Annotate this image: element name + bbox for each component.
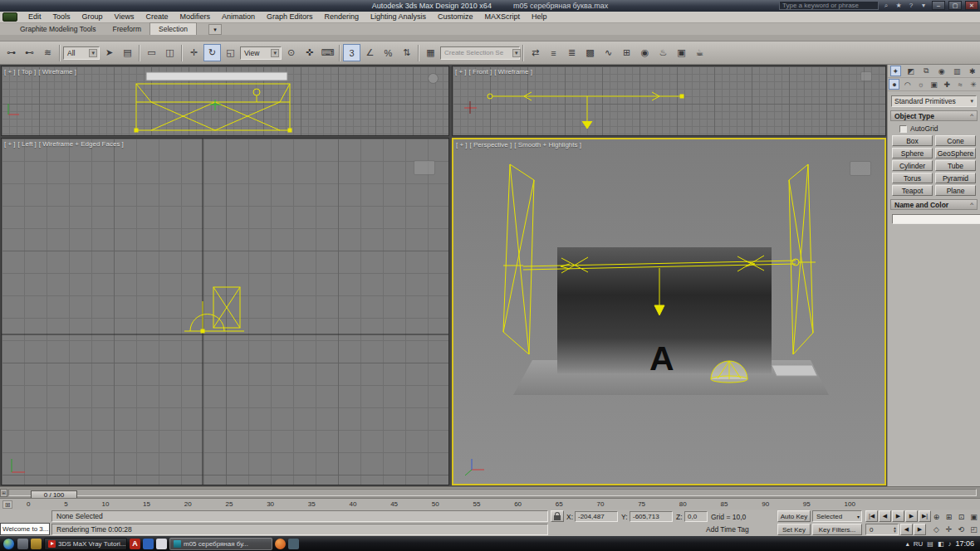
infocenter-search-input[interactable] [779,1,879,10]
taskbar-app-icon-a[interactable]: A [130,539,140,549]
window-crossing-icon[interactable]: ◫ [161,44,179,61]
taskbar-app-icon-light[interactable] [156,539,167,549]
lights-category-icon[interactable]: ☼ [915,79,926,90]
reference-coordinate-dropdown[interactable]: View ▾ [240,46,282,60]
volume-tray-icon[interactable]: ♪ [948,540,951,548]
named-selection-sets-icon[interactable]: ▦ [422,44,439,61]
time-slider-track[interactable]: 0 / 100 [8,489,977,496]
snaps-toggle-icon[interactable]: 3 [343,44,360,61]
language-indicator[interactable]: RU [914,540,924,548]
ribbon-tab-freeform[interactable]: Freeform [105,23,149,35]
bind-to-space-warp-icon[interactable]: ≋ [39,44,56,61]
application-menu-icon[interactable] [2,12,17,22]
track-bar[interactable]: ⊞ 05101520253035404550556065707580859095… [0,498,980,510]
menu-item[interactable]: Create [140,12,174,22]
shapes-category-icon[interactable]: ◠ [902,79,913,90]
menu-item[interactable]: Customize [432,12,479,22]
display-tab-icon[interactable]: ▥ [952,66,963,76]
systems-category-icon[interactable]: ✳ [968,79,978,90]
coord-x-field[interactable]: -204,487 [575,511,618,522]
viewport-shading-label[interactable]: [ Wireframe ] [494,68,532,76]
align-icon[interactable]: ≡ [545,44,562,61]
previous-key-button[interactable]: ◀ [900,524,913,535]
select-and-rotate-icon[interactable]: ↻ [203,44,221,61]
coord-z-field[interactable]: 0,0 [684,511,708,522]
primitive-category-dropdown[interactable]: Standard Primitives ▾ [891,95,977,107]
menu-item[interactable]: MAXScript [479,12,527,22]
viewport-name-label[interactable]: [ Top ] [18,68,37,76]
menu-item[interactable]: Modifiers [174,12,216,22]
viewport-name-label[interactable]: [ Front ] [469,68,492,76]
viewport-menu-button[interactable]: [ + ] [4,140,16,148]
search-icon[interactable]: ⌕ [881,2,891,10]
quick-launch-folder-icon[interactable] [31,539,42,549]
object-type-button[interactable]: Torus [892,173,933,183]
layer-manager-icon[interactable]: ≣ [563,44,581,61]
zoom-extents-icon[interactable]: ⊡ [955,510,968,523]
viewport-menu-button[interactable]: [ + ] [455,68,467,76]
mirror-icon[interactable]: ⇄ [527,44,544,61]
name-and-color-rollout[interactable]: Name and Color ^ [890,199,978,210]
object-type-button[interactable]: Pyramid [935,173,976,183]
motion-tab-icon[interactable]: ◉ [936,66,947,76]
maximize-viewport-toggle-icon[interactable]: ◰ [968,523,980,535]
viewport-shading-label[interactable]: [ Wireframe + Edged Faces ] [39,140,124,148]
restore-button[interactable]: ▢ [948,1,962,10]
taskbar-app-icon-gray[interactable] [288,539,299,549]
previous-frame-button[interactable]: ◀ [879,510,891,522]
menu-item[interactable]: Edit [22,12,47,22]
object-type-button[interactable]: Teapot [892,185,933,196]
start-button[interactable] [2,538,15,550]
curve-editor-icon[interactable]: ∿ [600,44,617,61]
select-and-manipulate-icon[interactable]: ✜ [301,44,318,61]
viewport-left[interactable]: [ + ] [ Left ] [ Wireframe + Edged Faces… [1,138,449,485]
network-tray-icon[interactable]: ◧ [938,540,944,548]
taskbar-clock[interactable]: 17:06 [955,539,974,548]
timeline-config-button[interactable]: ⊞ [0,489,7,497]
auto-key-button[interactable]: Auto Key [777,510,811,522]
utilities-tab-icon[interactable]: ✱ [967,66,978,76]
field-of-view-icon[interactable]: ◇ [930,523,943,535]
spinner-snap-icon[interactable]: ⇅ [398,44,415,61]
helpers-category-icon[interactable]: ✚ [942,79,953,90]
taskbar-window-browser[interactable]: 3DS MaX Vray Tutori... [44,538,127,550]
viewcube[interactable] [850,161,871,176]
cameras-category-icon[interactable]: ▣ [929,79,939,90]
object-type-rollout[interactable]: Object Type ^ [890,110,978,121]
viewport-shading-label[interactable]: [ Wireframe ] [38,68,76,76]
unlink-selection-icon[interactable]: ⊷ [21,44,38,61]
add-time-tag-label[interactable]: Add Time Tag [706,525,749,534]
mini-curve-editor-button[interactable]: ⊞ [2,500,12,509]
scene-letter[interactable]: A [649,342,674,376]
percent-snap-icon[interactable]: % [380,44,397,61]
hidden-icons-arrow[interactable]: ▴ [906,540,909,548]
angle-snap-icon[interactable]: ∠ [361,44,379,61]
menu-item[interactable]: Rendering [319,12,365,22]
selection-region-icon[interactable]: ▭ [143,44,160,61]
viewport-shading-label[interactable]: [ Smooth + Highlights ] [514,141,581,149]
selection-filter-dropdown[interactable]: All ▾ [63,46,100,60]
infocenter-dropdown-icon[interactable]: ▾ [919,2,929,9]
menu-item[interactable]: Help [526,12,553,22]
orbit-icon[interactable]: ⟲ [955,523,968,535]
close-button[interactable]: ✕ [965,1,978,10]
menu-item[interactable]: Lighting Analysis [365,12,432,22]
viewport-top[interactable]: [ + ] [ Top ] [ Wireframe ] [1,66,449,136]
next-key-button[interactable]: ▶ [914,524,926,535]
select-object-icon[interactable]: ➤ [100,44,118,61]
ribbon-overflow-button[interactable]: ▾ [208,24,222,35]
viewcube[interactable] [414,160,435,175]
selection-lock-toggle[interactable] [551,510,564,522]
viewport-menu-button[interactable]: [ + ] [456,141,468,149]
menu-item[interactable]: Animation [216,12,261,22]
keyboard-override-icon[interactable]: ⌨ [319,44,336,61]
current-frame-field[interactable]: 0 ▲▼ [865,524,899,535]
zoom-extents-all-icon[interactable]: ▣ [968,510,980,523]
object-type-button[interactable]: GeoSphere [935,148,976,158]
ribbon-tab-selection[interactable]: Selection [149,22,197,35]
quick-launch-icon[interactable] [17,539,28,549]
menu-item[interactable]: Tools [47,12,76,22]
schematic-view-icon[interactable]: ⊞ [618,44,635,61]
zoom-all-icon[interactable]: ⊞ [943,510,955,523]
set-key-button[interactable]: Set Key [777,524,811,535]
